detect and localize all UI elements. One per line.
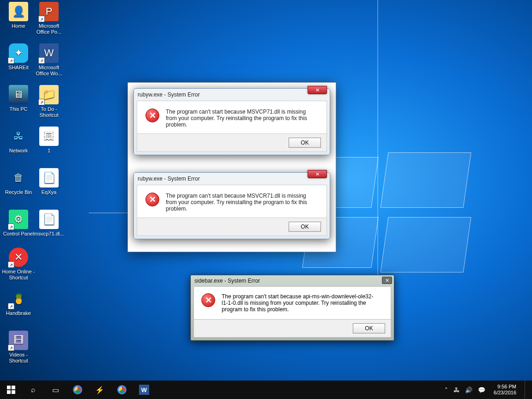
close-button[interactable]: ✕ [308,86,327,94]
desktop-icon-home[interactable]: 👤 Home [2,2,35,29]
svg-rect-2 [7,390,11,394]
taskbar-app-winamp[interactable]: ⚡ [89,381,111,399]
ok-button[interactable]: OK [289,138,321,148]
desktop-icon-todo[interactable]: 📁↗ To Do - Shortcut [32,85,66,118]
error-icon: ✕ [145,109,159,122]
network-icon: 🖧 [9,127,28,146]
powerpoint-icon: P↗ [39,2,59,21]
taskbar-app-chrome-1[interactable] [66,381,89,399]
file-icon: 📄 [39,210,59,229]
shortcut-arrow-icon: ↗ [8,224,14,230]
clock-date: 6/23/2016 [494,390,516,396]
taskbar[interactable]: ⌕ ▭ ⚡ W ˄ 🖧 🔊 💬 9:56 PM 6/23/2016 [0,381,532,399]
user-folder-icon: 👤 [9,2,28,21]
close-button[interactable]: ✕ [308,170,327,178]
desktop-icon-this-pc[interactable]: 🖥 This PC [2,85,35,112]
dialog-titlebar[interactable]: rubyw.exe - System Error ✕ [134,89,330,101]
desktop-icon-network[interactable]: 🖧 Network [2,127,35,154]
icon-label: Home Online - Shortcut [2,269,35,281]
dialog-body: ✕ The program can't start because MSVCP7… [137,101,327,134]
dialog-title-text: rubyw.exe - System Error [138,91,200,98]
error-icon: ✕ [201,293,215,307]
error-dialog-sidebar[interactable]: sidebar.exe - System Error ✕ ✕ The progr… [190,275,394,341]
dialog-body: ✕ The program can't start because api-ms… [193,286,391,320]
task-view-icon: ▭ [52,386,59,394]
icon-label: Home [2,23,35,29]
lightning-icon: ⚡ [95,386,104,394]
icon-label: msvcp71.dl... [32,231,66,237]
dialog-message: The program can't start because api-ms-w… [222,293,379,313]
icon-label: Microsoft Office Wo... [32,65,66,77]
taskbar-clock[interactable]: 9:56 PM 6/23/2016 [491,384,519,396]
icon-label: EqXya [32,189,66,195]
desktop-icon-word[interactable]: W↗ Microsoft Office Wo... [32,43,66,77]
shortcut-arrow-icon: ↗ [38,16,45,22]
dialog-title-text: rubyw.exe - System Error [138,175,200,182]
dialog-message: The program can't start because MSVCR71.… [166,193,314,212]
icon-label: To Do - Shortcut [32,106,66,118]
shareit-icon: ✦↗ [9,43,28,63]
icon-label: Videos - Shortcut [2,352,35,364]
desktop-icon-powerpoint[interactable]: P↗ Microsoft Office Po... [32,2,66,35]
action-center-icon[interactable]: 💬 [478,387,485,393]
desktop-icon-one[interactable]: 🖼 1 [32,127,66,154]
word-icon: W [139,385,149,395]
icon-label: Microsoft Office Po... [32,23,66,35]
videos-folder-icon: 🎞↗ [9,331,28,350]
close-circle-icon: ✕↗ [9,248,28,267]
desktop-icon-videos[interactable]: 🎞↗ Videos - Shortcut [2,331,35,364]
icon-label: This PC [2,106,35,112]
ok-button[interactable]: OK [289,222,321,232]
dialog-body: ✕ The program can't start because MSVCR7… [137,185,327,218]
error-icon: ✕ [145,193,159,206]
dialog-titlebar[interactable]: rubyw.exe - System Error ✕ [134,173,330,185]
recycle-bin-icon: 🗑 [9,168,28,187]
task-view-button[interactable]: ▭ [44,381,66,399]
word-icon: W↗ [39,43,59,63]
folder-icon: 📁↗ [39,85,59,104]
this-pc-icon: 🖥 [9,85,28,104]
desktop-icon-recycle-bin[interactable]: 🗑 Recycle Bin [2,168,35,195]
dialog-group-frame: rubyw.exe - System Error ✕ ✕ The program… [127,82,336,252]
dialog-footer: OK [137,218,327,236]
error-dialog-msvcr71[interactable]: rubyw.exe - System Error ✕ ✕ The program… [133,172,330,239]
error-dialog-msvcp71[interactable]: rubyw.exe - System Error ✕ ✕ The program… [133,88,330,155]
control-panel-icon: ⚙↗ [9,210,28,229]
icon-label: Recycle Bin [2,189,35,195]
shortcut-arrow-icon: ↗ [8,345,14,351]
desktop-icon-home-online[interactable]: ✕↗ Home Online - Shortcut [2,248,35,281]
desktop-icon-msvcp71[interactable]: 📄 msvcp71.dl... [32,210,66,237]
search-button[interactable]: ⌕ [22,381,44,399]
icon-label: SHAREit [2,65,35,71]
svg-rect-0 [7,386,11,389]
svg-rect-1 [12,386,15,389]
tray-overflow-icon[interactable]: ˄ [445,387,448,393]
close-button[interactable]: ✕ [382,277,392,284]
dialog-footer: OK [137,134,327,152]
system-tray[interactable]: ˄ 🖧 🔊 💬 9:56 PM 6/23/2016 [441,381,532,399]
start-button[interactable] [0,381,22,399]
desktop-icon-eqxya[interactable]: 📄 EqXya [32,168,66,195]
taskbar-app-word[interactable]: W [133,381,155,399]
dialog-footer: OK [193,320,391,338]
dialog-title-text: sidebar.exe - System Error [194,278,260,284]
desktop-icon-handbrake[interactable]: 🍍↗ Handbrake [2,289,35,316]
clock-time: 9:56 PM [494,384,516,390]
desktop-icon-shareit[interactable]: ✦↗ SHAREit [2,43,35,71]
shortcut-arrow-icon: ↗ [38,99,45,105]
chrome-icon [117,385,127,394]
network-tray-icon[interactable]: 🖧 [453,387,459,393]
dialog-message: The program can't start because MSVCP71.… [166,109,314,128]
shortcut-arrow-icon: ↗ [38,57,45,64]
volume-tray-icon[interactable]: 🔊 [465,387,472,393]
taskbar-app-chrome-2[interactable] [111,381,133,399]
icon-label: 1 [32,148,66,154]
icon-label: Handbrake [2,310,35,316]
icon-label: Control Panel [2,231,35,237]
dialog-titlebar[interactable]: sidebar.exe - System Error ✕ [191,275,394,286]
desktop-icon-control-panel[interactable]: ⚙↗ Control Panel [2,210,35,237]
chrome-icon [73,385,82,394]
search-icon: ⌕ [31,386,36,394]
show-desktop-button[interactable] [525,381,528,399]
ok-button[interactable]: OK [353,323,385,333]
